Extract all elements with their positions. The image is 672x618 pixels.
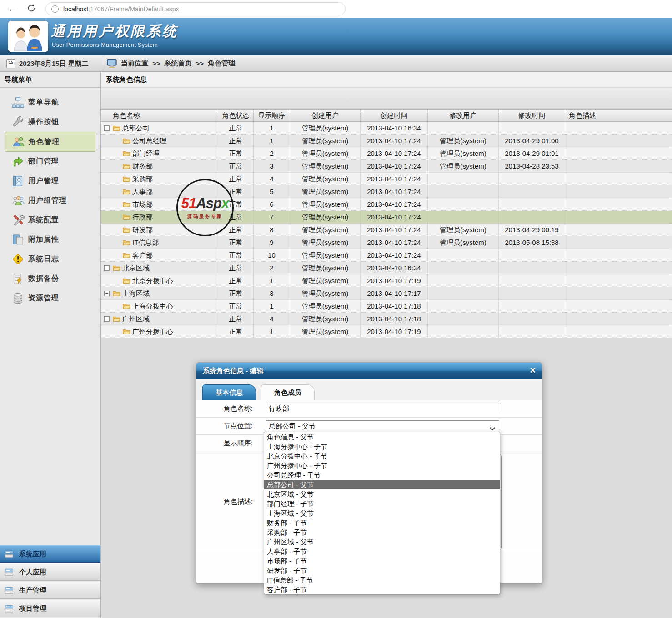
role-name-input[interactable] [266,403,499,414]
sidebar-item-department-arrow[interactable]: 部门管理 [0,152,100,171]
role-name-cell: 公司总经理 [101,135,218,147]
url-bar[interactable]: i localhost:17067/Frame/MainDefault.aspx [45,2,346,15]
dropdown-option[interactable]: 上海分拨中心 - 子节 [264,442,500,451]
table-row[interactable]: 部门经理正常2管理员(system)2013-04-10 17:24管理员(sy… [101,147,672,160]
table-row[interactable]: IT信息部正常9管理员(system)2013-04-10 17:24管理员(s… [101,236,672,249]
collapse-icon[interactable]: − [104,265,110,271]
table-row[interactable]: 广州分拨中心正常1管理员(system)2013-04-10 17:19 [101,325,672,338]
modified-by-cell [428,249,499,261]
column-header[interactable]: 创建时间 [361,110,428,121]
sidebar-item-backup[interactable]: 数据备份 [0,269,100,289]
created-by-cell: 管理员(system) [290,160,361,172]
back-icon[interactable]: ← [7,2,17,14]
column-header[interactable]: 角色名称 [101,110,218,121]
sidebar-item-tools[interactable]: 系统配置 [0,210,100,230]
collapse-icon[interactable]: − [104,125,110,131]
sidebar-item-user-group[interactable]: 用户组管理 [0,191,100,210]
refresh-icon[interactable] [26,3,36,15]
created-by-cell: 管理员(system) [290,313,361,325]
column-header[interactable]: 修改时间 [499,110,565,121]
dropdown-option[interactable]: IT信息部 - 子节 [264,575,500,585]
role-status-cell: 正常 [218,249,254,261]
role-desc-cell [565,287,672,299]
modified-by-cell: 管理员(system) [428,160,499,172]
sidebar-item-sitemap[interactable]: 菜单导航 [0,93,100,112]
table-row[interactable]: 财务部正常3管理员(system)2013-04-10 17:24管理员(sys… [101,160,672,173]
dropdown-option[interactable]: 公司总经理 - 子节 [264,470,500,480]
collapse-icon[interactable]: − [104,291,110,296]
accordion-item-label: 生产管理 [19,586,46,595]
dropdown-option[interactable]: 部门经理 - 子节 [264,499,500,508]
display-order-cell: 4 [254,173,290,185]
role-status-cell: 正常 [218,325,254,338]
column-header[interactable]: 创建用户 [290,110,361,121]
sidebar-item-warning[interactable]: 系统日志 [0,249,100,269]
tab-basic-info[interactable]: 基本信息 [202,384,256,400]
sidebar-item-attachment[interactable]: 附加属性 [0,230,100,249]
grid-body: −总部公司正常1管理员(system)2013-04-10 16:34公司总经理… [101,122,672,338]
role-name-cell: −上海区域 [101,287,218,299]
accordion-item[interactable]: 系统应用 [0,545,100,563]
dropdown-option[interactable]: 角色信息 - 父节 [264,432,500,442]
folder-icon [123,303,130,309]
role-status-cell: 正常 [218,122,254,134]
table-row[interactable]: 公司总经理正常1管理员(system)2013-04-10 17:24管理员(s… [101,135,672,147]
table-row[interactable]: −总部公司正常1管理员(system)2013-04-10 16:34 [101,122,672,135]
column-header[interactable]: 角色描述 [565,110,672,121]
sidebar-item-roles[interactable]: 角色管理 [5,132,95,152]
node-position-select[interactable]: 总部公司 - 父节 [266,420,499,432]
dropdown-option[interactable]: 客户部 - 子节 [264,585,500,594]
column-header[interactable]: 显示顺序 [254,110,290,121]
table-row[interactable]: 上海分拨中心正常1管理员(system)2013-04-10 17:18 [101,300,672,313]
breadcrumb-home[interactable]: 系统首页 [165,59,192,68]
dropdown-option[interactable]: 总部公司 - 父节 [264,480,500,489]
table-row[interactable]: 研发部正常8管理员(system)2013-04-10 17:24管理员(sys… [101,224,672,236]
display-order-cell: 1 [254,274,290,287]
accordion-item[interactable]: 项目管理 [0,600,100,617]
collapse-icon[interactable]: − [104,316,110,322]
modified-by-cell [428,198,499,210]
role-desc-cell [565,249,672,261]
modified-time-cell [499,211,565,223]
table-row[interactable]: 市场部正常6管理员(system)2013-04-10 17:24 [101,198,672,211]
sidebar-item-database[interactable]: 资源管理 [0,289,100,308]
sidebar-item-wrench[interactable]: 操作按钮 [0,112,100,132]
table-row[interactable]: 行政部正常7管理员(system)2013-04-10 17:24 [101,211,672,224]
dropdown-option[interactable]: 上海区域 - 父节 [264,508,500,518]
breadcrumb: 当前位置 >> 系统首页 >> 角色管理 [103,55,235,71]
table-row[interactable]: −北京区域正常2管理员(system)2013-04-10 16:34 [101,262,672,274]
sidebar-item-user-book[interactable]: 用户管理 [0,171,100,191]
dialog-title: 系统角色信息 - 编辑 [196,367,263,375]
role-name-cell: 北京分拨中心 [101,274,218,287]
dropdown-option[interactable]: 市场部 - 子节 [264,556,500,566]
column-header[interactable]: 角色状态 [218,110,254,121]
tab-role-members[interactable]: 角色成员 [261,384,315,400]
table-row[interactable]: 北京分拨中心正常1管理员(system)2013-04-10 17:19 [101,274,672,287]
sidebar-accordion: 系统应用个人应用生产管理项目管理 [0,545,100,618]
table-row[interactable]: 采购部正常4管理员(system)2013-04-10 17:24 [101,173,672,185]
dropdown-option[interactable]: 北京分拨中心 - 子节 [264,451,500,461]
dropdown-option[interactable]: 采购部 - 子节 [264,528,500,537]
dropdown-option[interactable]: 广州区域 - 父节 [264,537,500,547]
table-row[interactable]: −广州区域正常4管理员(system)2013-04-10 17:18 [101,313,672,325]
accordion-item[interactable]: 生产管理 [0,582,100,599]
created-time-cell: 2013-04-10 17:19 [361,274,428,287]
accordion-item[interactable]: 个人应用 [0,563,100,581]
modified-by-cell [428,122,499,134]
table-row[interactable]: 客户部正常10管理员(system)2013-04-10 17:24 [101,249,672,262]
dropdown-option[interactable]: 北京区域 - 父节 [264,489,500,499]
column-header[interactable]: 修改用户 [428,110,499,121]
sidebar-item-label: 用户管理 [28,176,59,186]
role-name-cell: 财务部 [101,160,218,172]
table-row[interactable]: −上海区域正常3管理员(system)2013-04-10 17:17 [101,287,672,300]
created-time-cell: 2013-04-10 17:24 [361,249,428,261]
dropdown-option[interactable]: 研发部 - 子节 [264,566,500,575]
table-row[interactable]: 人事部正常5管理员(system)2013-04-10 17:24 [101,185,672,198]
info-icon[interactable]: i [51,5,59,13]
dropdown-option[interactable]: 财务部 - 子节 [264,518,500,528]
dropdown-option[interactable]: 人事部 - 子节 [264,547,500,556]
dropdown-option[interactable]: 广州分拨中心 - 子节 [264,461,500,470]
close-icon[interactable]: × [530,364,536,376]
accordion-item-label: 个人应用 [19,568,46,577]
panel-icon [5,605,14,613]
